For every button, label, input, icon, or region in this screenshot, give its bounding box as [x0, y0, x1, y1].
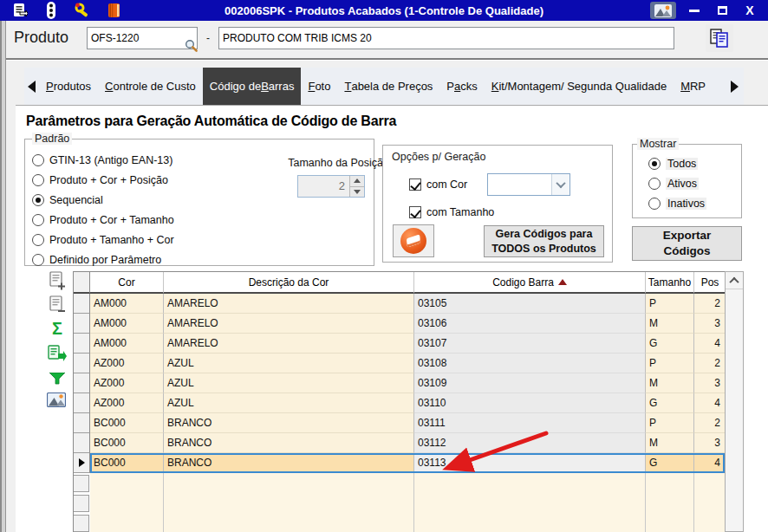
table-row[interactable]: AM000AMARELO03107G4	[74, 334, 725, 354]
close-button[interactable]: X	[740, 2, 759, 19]
cell-codigo-barra[interactable]: 03112	[414, 433, 646, 453]
cell-descricao[interactable]: BRANCO	[164, 453, 414, 473]
table-row[interactable]: AM000AMARELO03106M3	[74, 314, 725, 334]
cell-pos[interactable]: 2	[694, 354, 726, 373]
cell-tamanho[interactable]: M	[646, 373, 694, 393]
cell-descricao[interactable]: AZUL	[164, 354, 414, 373]
cell-cor[interactable]: AZ000	[90, 373, 164, 393]
cell-cor[interactable]: AM000	[90, 334, 164, 354]
wrench-icon[interactable]	[71, 1, 94, 20]
product-description-input[interactable]	[218, 27, 674, 49]
tab-controle-de-custo[interactable]: Controle de Custo	[98, 68, 203, 105]
cell-descricao[interactable]: AMARELO	[164, 294, 414, 314]
radio-padrao-sequencial[interactable]: Sequencial	[32, 190, 174, 210]
row-header-cell[interactable]	[74, 433, 90, 453]
com-cor-checkbox[interactable]: com Cor	[409, 174, 467, 194]
cell-tamanho[interactable]: P	[646, 294, 694, 314]
cell-pos[interactable]: 3	[694, 314, 726, 334]
table-row[interactable]: BC000BRANCO03111P2	[74, 413, 725, 433]
table-row[interactable]: AZ000AZUL03108P2	[74, 354, 725, 373]
cell-pos[interactable]: 3	[694, 433, 726, 453]
exportar-codigos-button[interactable]: Exportar Códigos	[632, 226, 742, 261]
row-header-cell[interactable]	[74, 314, 90, 334]
row-header-cell[interactable]	[74, 453, 90, 473]
table-row[interactable]: BC000BRANCO03112M3	[74, 433, 725, 453]
sum-sigma-icon[interactable]: Σ	[47, 318, 68, 339]
delete-record-icon[interactable]	[47, 295, 68, 315]
cell-pos[interactable]: 4	[694, 334, 726, 354]
table-row[interactable]: AZ000AZUL03110G4	[74, 393, 725, 413]
cell-cor[interactable]: AM000	[90, 314, 164, 334]
cell-codigo-barra[interactable]: 03110	[414, 393, 646, 413]
tab-foto[interactable]: Foto	[301, 68, 337, 105]
tab-produtos[interactable]: Produtos	[39, 68, 98, 105]
cor-dropdown[interactable]	[487, 173, 570, 196]
cell-tamanho[interactable]: G	[646, 334, 694, 354]
column-header-codigo-barra[interactable]: Codigo Barra	[414, 272, 646, 294]
export-record-icon[interactable]	[47, 343, 68, 364]
cell-codigo-barra[interactable]: 03113	[414, 453, 646, 473]
column-header-descricao[interactable]: Descrição da Cor	[164, 272, 414, 294]
cell-descricao[interactable]: AZUL	[164, 373, 414, 393]
tab-tabela-de-precos[interactable]: Tabela de Preços	[337, 68, 439, 105]
cell-tamanho[interactable]: G	[646, 453, 694, 473]
minimize-button[interactable]	[685, 2, 704, 19]
cell-descricao[interactable]: AZUL	[164, 393, 414, 413]
cell-tamanho[interactable]: G	[646, 393, 694, 413]
radio-padrao-produto-tamanho-cor[interactable]: Produto + Tamanho + Cor	[32, 230, 174, 250]
vertical-scrollbar[interactable]	[725, 271, 744, 532]
cell-cor[interactable]: BC000	[90, 453, 164, 473]
product-code-input[interactable]	[87, 27, 198, 49]
filter-funnel-icon[interactable]	[47, 368, 68, 389]
table-row[interactable]: AZ000AZUL03109M3	[74, 373, 725, 393]
row-header-cell[interactable]	[74, 373, 90, 393]
cell-pos[interactable]: 2	[694, 413, 726, 433]
traffic-light-icon[interactable]	[40, 1, 62, 20]
radio-mostrar-todos[interactable]: Todos	[648, 153, 706, 173]
row-header-cell[interactable]	[74, 354, 90, 373]
cell-codigo-barra[interactable]: 03109	[414, 373, 646, 393]
column-header-pos[interactable]: Pos	[694, 272, 726, 294]
generate-barcode-icon-button[interactable]	[393, 224, 434, 257]
image-tool-icon[interactable]	[650, 2, 676, 19]
cell-codigo-barra[interactable]: 03107	[414, 334, 646, 354]
table-row[interactable]: BC000BRANCO03113G4	[74, 453, 725, 473]
cell-tamanho[interactable]: P	[646, 354, 694, 373]
copy-button[interactable]	[706, 24, 733, 52]
radio-padrao-produto-cor-posi-o[interactable]: Produto + Cor + Posição	[32, 170, 174, 190]
tabs-scroll-right-icon[interactable]	[731, 81, 739, 93]
cell-codigo-barra[interactable]: 03106	[414, 314, 646, 334]
cell-cor[interactable]: AZ000	[90, 354, 164, 373]
image-icon[interactable]	[46, 389, 67, 410]
cell-descricao[interactable]: BRANCO	[164, 413, 414, 433]
chevron-down-icon[interactable]	[551, 174, 569, 195]
row-header-cell[interactable]	[74, 294, 90, 314]
cell-cor[interactable]: BC000	[90, 433, 164, 453]
radio-mostrar-ativos[interactable]: Ativos	[648, 173, 706, 193]
tab-mrp[interactable]: MRP	[674, 68, 713, 105]
add-record-icon[interactable]	[47, 270, 68, 291]
cell-tamanho[interactable]: M	[646, 314, 694, 334]
radio-padrao-produto-cor-tamanho[interactable]: Produto + Cor + Tamanho	[32, 210, 174, 230]
com-tamanho-checkbox[interactable]: com Tamanho	[409, 202, 494, 222]
table-row[interactable]: AM000AMARELO03105P2	[74, 294, 725, 314]
tab-packs[interactable]: Packs	[439, 68, 484, 105]
tabs-scroll-left-icon[interactable]	[28, 81, 36, 93]
radio-padrao-definido-por-par-metro[interactable]: Definido por Parâmetro	[32, 250, 174, 269]
tab-codigo-de-barras[interactable]: Código de Barras	[203, 68, 302, 105]
search-icon[interactable]	[185, 39, 198, 52]
cell-codigo-barra[interactable]: 03105	[414, 294, 646, 314]
cell-pos[interactable]: 2	[694, 294, 726, 314]
report-export-icon[interactable]	[9, 1, 31, 20]
cell-pos[interactable]: 4	[694, 393, 726, 413]
cell-tamanho[interactable]: M	[646, 433, 694, 453]
radio-mostrar-inativos[interactable]: Inativos	[648, 193, 706, 213]
cell-cor[interactable]: AZ000	[90, 393, 164, 413]
maximize-button[interactable]	[713, 2, 732, 19]
radio-padrao-gtin-13-antigo-ean-13-[interactable]: GTIN-13 (Antigo EAN-13)	[32, 150, 174, 170]
cell-descricao[interactable]: BRANCO	[164, 433, 414, 453]
row-header-cell[interactable]	[74, 393, 90, 413]
cell-descricao[interactable]: AMARELO	[164, 334, 414, 354]
notebook-icon[interactable]	[102, 1, 125, 20]
tamanho-posicao-stepper[interactable]: 2	[297, 175, 365, 198]
